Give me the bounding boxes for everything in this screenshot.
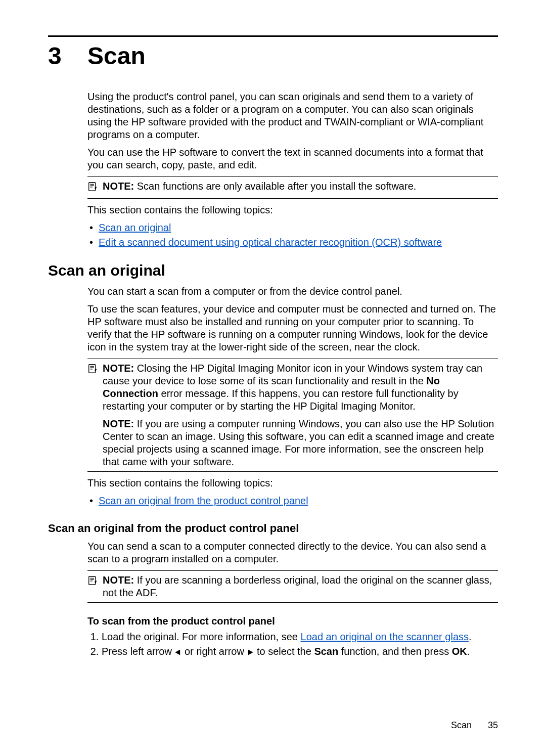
note-2-p2: NOTE: If you are using a computer runnin… bbox=[103, 418, 498, 468]
link-scan-from-panel[interactable]: Scan an original from the product contro… bbox=[99, 495, 308, 506]
note-1-text: NOTE: Scan functions are only available … bbox=[103, 180, 498, 193]
topic-list-1: Scan an original Edit a scanned document… bbox=[87, 221, 498, 249]
list-item: Scan an original from the product contro… bbox=[99, 495, 498, 507]
link-ocr[interactable]: Edit a scanned document using optical ch… bbox=[99, 237, 442, 248]
right-arrow-icon bbox=[247, 646, 254, 659]
note-icon bbox=[87, 574, 103, 599]
svg-marker-3 bbox=[175, 649, 180, 655]
svg-rect-2 bbox=[89, 576, 96, 585]
note-1-body: Scan functions are only available after … bbox=[137, 181, 417, 192]
topics2-lead: This section contains the following topi… bbox=[87, 477, 498, 490]
s1-p1: You can start a scan from a computer or … bbox=[87, 285, 498, 298]
note-box-2: NOTE: Closing the HP Digital Imaging Mon… bbox=[87, 359, 498, 472]
intro-paragraph-1: Using the product's control panel, you c… bbox=[87, 91, 498, 141]
svg-rect-1 bbox=[89, 364, 96, 373]
heading-to-scan-panel: To scan from the product control panel bbox=[87, 615, 498, 628]
step-2g: . bbox=[467, 646, 470, 657]
svg-marker-4 bbox=[248, 649, 253, 655]
list-item: Edit a scanned document using optical ch… bbox=[99, 236, 498, 249]
note-icon bbox=[87, 180, 103, 195]
link-load-original[interactable]: Load an original on the scanner glass bbox=[301, 631, 469, 642]
note-2-p1a: Closing the HP Digital Imaging Monitor i… bbox=[103, 363, 482, 386]
step-2e: function, and then press bbox=[338, 646, 452, 657]
list-item: Scan an original bbox=[99, 221, 498, 234]
topic-list-2: Scan an original from the product contro… bbox=[87, 495, 498, 507]
note-box-1: NOTE: Scan functions are only available … bbox=[87, 176, 498, 199]
note-2-p2a: If you are using a computer running Wind… bbox=[103, 418, 494, 467]
step-2c: to select the bbox=[254, 646, 314, 657]
note-box-3: NOTE: If you are scanning a borderless o… bbox=[87, 570, 498, 603]
note-label: NOTE: bbox=[103, 181, 134, 192]
step-2a: Press left arrow bbox=[102, 646, 174, 657]
s2-p1: You can send a scan to a computer connec… bbox=[87, 540, 498, 565]
step-1b: . bbox=[469, 631, 472, 642]
heading-scan-from-panel: Scan an original from the product contro… bbox=[48, 521, 498, 536]
step-2: Press left arrow or right arrow to selec… bbox=[102, 645, 498, 659]
note-label: NOTE: bbox=[103, 418, 134, 429]
svg-rect-0 bbox=[89, 183, 96, 191]
note-3-body: If you are scanning a borderless origina… bbox=[103, 574, 492, 598]
footer-section: Scan bbox=[451, 720, 472, 731]
heading-scan-an-original: Scan an original bbox=[48, 261, 498, 280]
intro-paragraph-2: You can use the HP software to convert t… bbox=[87, 146, 498, 171]
chapter-heading: 3 Scan bbox=[48, 41, 498, 71]
note-label: NOTE: bbox=[103, 574, 134, 586]
topics-lead: This section contains the following topi… bbox=[87, 204, 498, 216]
step-2b: or right arrow bbox=[181, 646, 247, 657]
note-icon bbox=[87, 362, 103, 468]
s1-p2: To use the scan features, your device an… bbox=[87, 303, 498, 353]
step-1: Load the original. For more information,… bbox=[102, 631, 498, 643]
chapter-number: 3 bbox=[48, 41, 87, 71]
step-2-scan: Scan bbox=[314, 646, 338, 657]
steps-list: Load the original. For more information,… bbox=[87, 631, 498, 659]
chapter-title: Scan bbox=[87, 41, 146, 71]
step-1a: Load the original. For more information,… bbox=[102, 631, 301, 642]
step-2-ok: OK bbox=[452, 646, 467, 657]
footer-page-number: 35 bbox=[488, 720, 498, 731]
note-2-p1: NOTE: Closing the HP Digital Imaging Mon… bbox=[103, 362, 498, 413]
note-label: NOTE: bbox=[103, 363, 134, 374]
note-3-text: NOTE: If you are scanning a borderless o… bbox=[103, 574, 498, 599]
link-scan-original[interactable]: Scan an original bbox=[99, 222, 171, 233]
left-arrow-icon bbox=[174, 646, 181, 659]
page-footer: Scan 35 bbox=[451, 720, 498, 731]
